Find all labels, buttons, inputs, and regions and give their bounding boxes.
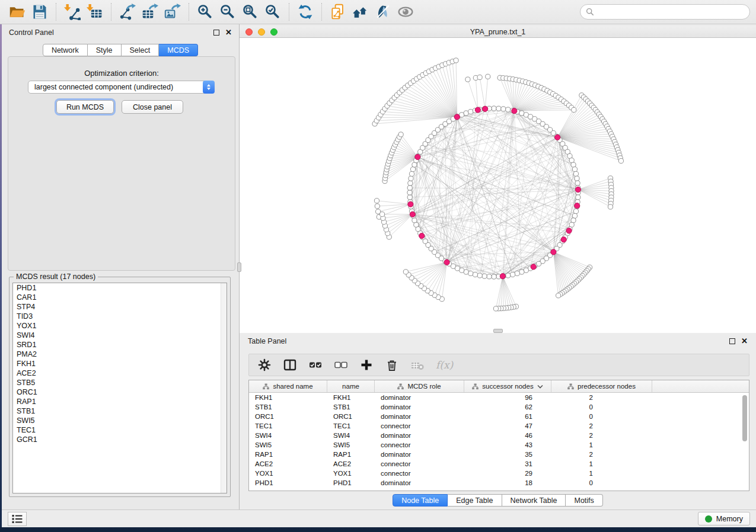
zoom-in-icon[interactable] bbox=[195, 2, 215, 21]
node[interactable] bbox=[407, 190, 412, 195]
export-network-icon[interactable] bbox=[117, 2, 138, 21]
memory-button[interactable]: Memory bbox=[698, 512, 750, 525]
table-scrollbar[interactable] bbox=[741, 394, 748, 490]
mcds-node[interactable] bbox=[512, 108, 517, 114]
float-table-panel-icon[interactable] bbox=[729, 338, 735, 344]
table-row[interactable]: STB1STB1dominator620 bbox=[249, 402, 749, 412]
node[interactable] bbox=[572, 213, 577, 218]
mcds-result-item[interactable]: ACE2 bbox=[13, 368, 227, 378]
mcds-node[interactable] bbox=[531, 264, 536, 270]
save-session-icon[interactable] bbox=[30, 2, 50, 21]
mcds-node[interactable] bbox=[408, 201, 413, 207]
mcds-node[interactable] bbox=[551, 249, 556, 255]
tab-mcds[interactable]: MCDS bbox=[159, 44, 198, 56]
mcds-result-item[interactable]: ORC1 bbox=[13, 387, 227, 397]
tab-style[interactable]: Style bbox=[88, 44, 122, 56]
network-graph[interactable] bbox=[240, 38, 756, 333]
node[interactable] bbox=[465, 77, 470, 82]
node[interactable] bbox=[573, 209, 578, 213]
mcds-node[interactable] bbox=[566, 228, 572, 233]
tab-network-table[interactable]: Network Table bbox=[502, 494, 566, 507]
run-mcds-button[interactable]: Run MCDS bbox=[56, 100, 114, 114]
import-network-icon[interactable] bbox=[62, 2, 82, 21]
table-row[interactable]: TEC1TEC1connector472 bbox=[249, 421, 749, 431]
node[interactable] bbox=[572, 107, 576, 112]
node[interactable] bbox=[492, 274, 496, 279]
node[interactable] bbox=[410, 167, 415, 172]
node[interactable] bbox=[409, 176, 413, 181]
node[interactable] bbox=[403, 270, 408, 274]
new-network-from-selection-icon[interactable] bbox=[328, 2, 348, 21]
node[interactable] bbox=[575, 176, 579, 181]
node[interactable] bbox=[468, 109, 473, 114]
node[interactable] bbox=[515, 271, 519, 275]
export-image-icon[interactable] bbox=[162, 2, 183, 21]
select-all-checkbox-icon[interactable] bbox=[308, 358, 323, 372]
column-header-successor-nodes[interactable]: successor nodes bbox=[464, 380, 551, 392]
node[interactable] bbox=[496, 106, 501, 111]
node[interactable] bbox=[493, 306, 498, 311]
node[interactable] bbox=[412, 218, 417, 223]
mcds-node[interactable] bbox=[444, 259, 449, 265]
node[interactable] bbox=[374, 198, 379, 203]
table-row[interactable]: ACE2ACE2connector311 bbox=[249, 459, 749, 469]
mcds-node[interactable] bbox=[561, 237, 566, 242]
delete-columns-icon[interactable] bbox=[385, 358, 399, 372]
node[interactable] bbox=[492, 106, 496, 111]
task-history-button[interactable] bbox=[8, 512, 27, 526]
node[interactable] bbox=[408, 181, 413, 185]
node[interactable] bbox=[487, 274, 492, 279]
table-row[interactable]: FKH1FKH1dominator962 bbox=[249, 393, 749, 402]
node[interactable] bbox=[407, 185, 412, 190]
float-panel-icon[interactable] bbox=[213, 30, 219, 36]
node[interactable] bbox=[473, 272, 477, 277]
mcds-result-item[interactable]: SWI5 bbox=[13, 416, 227, 425]
close-table-panel-icon[interactable]: ✕ bbox=[741, 338, 748, 344]
fit-content-icon[interactable] bbox=[240, 2, 260, 21]
vertical-splitter-handle[interactable] bbox=[237, 262, 241, 272]
column-selector-icon[interactable] bbox=[283, 358, 297, 372]
tab-edge-table[interactable]: Edge Table bbox=[448, 494, 502, 507]
node[interactable] bbox=[556, 293, 561, 298]
mcds-node[interactable] bbox=[483, 106, 488, 111]
import-table-icon[interactable] bbox=[85, 2, 105, 21]
node[interactable] bbox=[398, 132, 403, 137]
table-scrollbar-thumb[interactable] bbox=[742, 395, 747, 441]
mcds-result-item[interactable]: PHD1 bbox=[13, 283, 227, 293]
node[interactable] bbox=[506, 107, 511, 112]
node[interactable] bbox=[375, 204, 379, 209]
table-row[interactable]: RAP1RAP1dominator352 bbox=[249, 450, 749, 459]
node[interactable] bbox=[618, 158, 623, 163]
search-input[interactable] bbox=[598, 8, 744, 16]
search-box[interactable] bbox=[580, 4, 750, 20]
node[interactable] bbox=[575, 181, 580, 185]
node[interactable] bbox=[409, 171, 414, 176]
network-view[interactable] bbox=[240, 38, 756, 333]
open-session-icon[interactable] bbox=[7, 2, 27, 21]
node[interactable] bbox=[477, 273, 482, 278]
mcds-node[interactable] bbox=[419, 233, 425, 239]
mcds-node[interactable] bbox=[575, 187, 580, 192]
zoom-out-icon[interactable] bbox=[218, 2, 238, 21]
table-row[interactable]: YOX1YOX1connector291 bbox=[249, 469, 749, 478]
mcds-result-item[interactable]: STP4 bbox=[13, 302, 227, 312]
mcds-result-item[interactable]: TID3 bbox=[13, 312, 227, 321]
mcds-result-item[interactable]: SWI4 bbox=[13, 331, 227, 340]
mcds-node[interactable] bbox=[410, 211, 415, 217]
mcds-list-scrollbar[interactable] bbox=[221, 283, 227, 493]
mcds-result-item[interactable]: STB5 bbox=[13, 378, 227, 387]
node[interactable] bbox=[519, 270, 524, 274]
create-column-icon[interactable] bbox=[359, 358, 374, 372]
node[interactable] bbox=[464, 111, 468, 116]
table-row[interactable]: ORC1ORC1dominator610 bbox=[249, 412, 749, 421]
deselect-all-checkbox-icon[interactable] bbox=[334, 358, 348, 372]
mcds-result-item[interactable]: RAP1 bbox=[13, 397, 227, 406]
mcds-result-item[interactable]: GCR1 bbox=[13, 435, 227, 444]
table-row[interactable]: SWI5SWI5connector431 bbox=[249, 440, 749, 450]
node[interactable] bbox=[468, 271, 473, 275]
mcds-result-item[interactable]: CAR1 bbox=[13, 293, 227, 302]
mcds-result-item[interactable]: STB1 bbox=[13, 406, 227, 416]
apply-layout-icon[interactable] bbox=[295, 2, 315, 21]
column-header-name[interactable]: name bbox=[327, 380, 375, 392]
mcds-result-item[interactable]: TEC1 bbox=[13, 425, 227, 435]
